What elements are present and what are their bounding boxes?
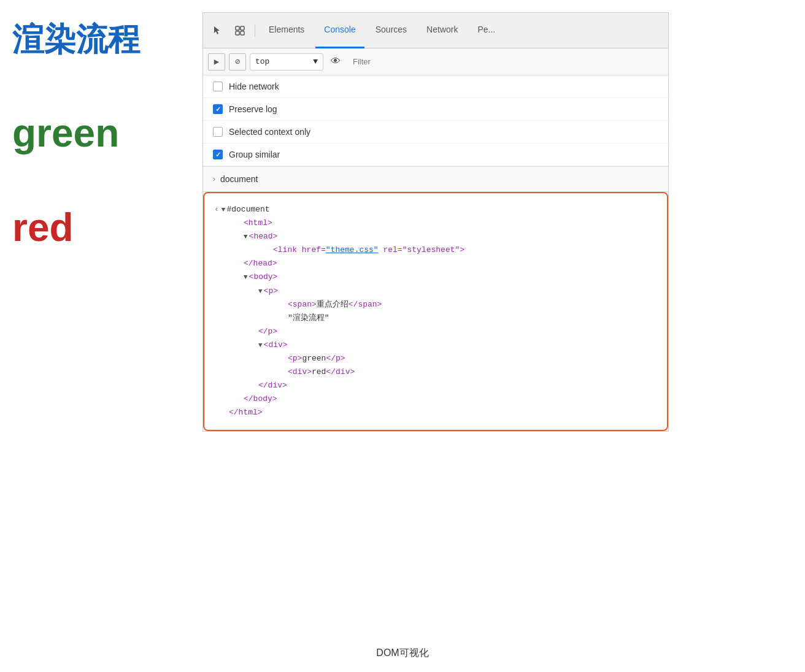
dom-line-div-red: <div> red </div> [214,365,657,379]
hide-network-label: Hide network [229,82,279,91]
devtools-tabs: Elements Console Sources Network Pe... [203,13,668,48]
dropdown-arrow: ▼ [313,57,318,66]
cursor-icon[interactable] [208,21,228,40]
inspect-icon[interactable] [230,21,250,40]
dom-line-text: "渲染流程" [214,311,657,325]
tab-sources[interactable]: Sources [367,13,415,48]
hide-network-row[interactable]: Hide network [203,75,668,98]
hide-network-checkbox[interactable] [213,82,223,91]
document-label: document [220,174,258,184]
dom-line-link: <link href= "theme.css" rel= "stylesheet… [214,243,657,257]
dom-line-div-close: </div> [214,379,657,392]
group-similar-label: Group similar [229,150,280,159]
green-label: green [12,110,184,156]
chevron-document[interactable]: ▼ [221,204,226,216]
dom-line-body: ▼ <body> [214,270,657,284]
group-similar-checkbox[interactable] [213,150,223,159]
clear-icon[interactable]: ⊘ [229,53,246,71]
dom-tree: ‹ ▼ #document <html> ▼ <head> <link href… [203,192,668,431]
tab-elements[interactable]: Elements [260,13,313,48]
console-toolbar: ▶ ⊘ top ▼ 👁 [203,48,668,75]
context-selector[interactable]: top ▼ [250,53,323,71]
tab-console[interactable]: Console [315,13,364,48]
chevron-right-icon: › [213,175,215,183]
group-similar-row[interactable]: Group similar [203,143,668,166]
checkboxes-area: Hide network Preserve log Selected conte… [203,75,668,167]
preserve-log-row[interactable]: Preserve log [203,98,668,121]
tab-performance[interactable]: Pe... [469,13,504,48]
tab-network[interactable]: Network [418,13,466,48]
dom-line-p-close: </p> [214,325,657,338]
preserve-log-label: Preserve log [229,104,277,114]
dom-line-div: ▼ <div> [214,338,657,352]
bottom-caption: DOM可视化 [0,647,805,660]
context-label: top [255,57,269,66]
dom-line-head-close: </head> [214,257,657,270]
red-label: red [12,205,184,250]
devtools-panel: Elements Console Sources Network Pe... ▶… [202,12,669,432]
back-arrow-icon: ‹ [214,203,219,216]
selected-context-checkbox[interactable] [213,127,223,137]
svg-rect-1 [241,26,244,30]
dom-line-html-close: </html> [214,406,657,419]
dom-line-span: <span> 重点介绍 </span> [214,298,657,311]
filter-input[interactable] [348,53,663,71]
eye-icon[interactable]: 👁 [327,53,344,71]
svg-rect-3 [241,31,244,35]
selected-context-label: Selected context only [229,127,310,137]
svg-rect-2 [236,31,239,35]
dom-line-document: ‹ ▼ #document [214,203,657,216]
dom-line-html: <html> [214,216,657,230]
tab-divider [255,25,255,37]
document-row[interactable]: › document [203,167,668,192]
left-panel: 渲染流程 green red [0,0,196,672]
chevron-div[interactable]: ▼ [258,340,263,351]
svg-rect-0 [236,26,239,30]
preserve-log-checkbox[interactable] [213,104,223,114]
dom-line-head: ▼ <head> [214,230,657,243]
dom-line-body-close: </body> [214,392,657,406]
chevron-p[interactable]: ▼ [258,286,263,297]
selected-context-row[interactable]: Selected context only [203,121,668,143]
run-icon[interactable]: ▶ [208,53,225,71]
chevron-head[interactable]: ▼ [244,231,248,243]
dom-line-p: ▼ <p> [214,284,657,298]
page-title: 渲染流程 [12,18,184,61]
chevron-body[interactable]: ▼ [244,272,248,283]
dom-line-p-green: <p> green </p> [214,352,657,365]
